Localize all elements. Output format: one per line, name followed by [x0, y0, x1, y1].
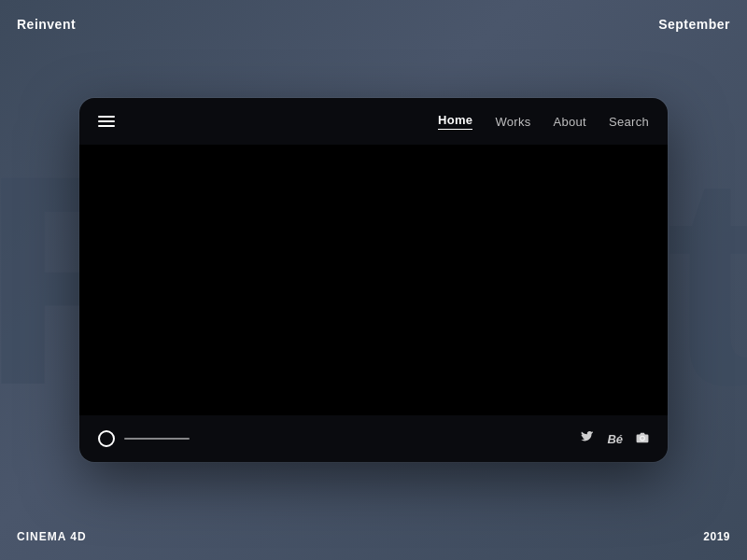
behance-icon[interactable]: Bé	[607, 432, 623, 446]
app-title-topleft: Reinvent	[17, 17, 76, 32]
month-label: September	[658, 17, 730, 32]
year-label: 2019	[703, 530, 730, 543]
nav-link-search[interactable]: Search	[609, 115, 649, 129]
camera-icon[interactable]	[636, 431, 649, 447]
nav-link-about[interactable]: About	[554, 115, 586, 129]
progress-bar	[124, 438, 190, 440]
bg-letter-right: t	[666, 131, 747, 429]
hamburger-menu-icon[interactable]	[98, 116, 115, 127]
device-content-area	[79, 145, 668, 415]
software-label: CINEMA 4D	[17, 530, 87, 543]
progress-circle	[98, 430, 115, 447]
progress-container	[98, 430, 190, 447]
nav-link-works[interactable]: Works	[495, 115, 530, 129]
nav-links: Home Works About Search	[438, 113, 649, 130]
twitter-icon[interactable]	[581, 431, 594, 447]
social-icons: Bé	[581, 431, 649, 447]
device-bottom-bar: Bé	[79, 415, 668, 462]
device-navbar: Home Works About Search	[79, 98, 668, 145]
device-card: Home Works About Search Bé	[79, 98, 668, 462]
nav-link-home[interactable]: Home	[438, 113, 472, 130]
